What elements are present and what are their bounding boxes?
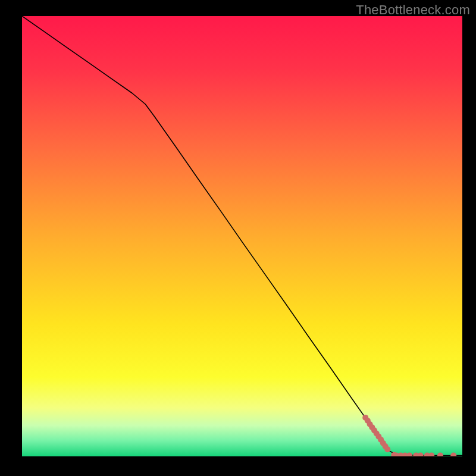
- watermark-text: TheBottleneck.com: [356, 2, 470, 18]
- chart-svg: [22, 16, 462, 456]
- plot-area: [22, 16, 462, 456]
- data-point: [384, 446, 390, 452]
- chart-container: TheBottleneck.com: [0, 0, 476, 476]
- gradient-background: [22, 16, 462, 456]
